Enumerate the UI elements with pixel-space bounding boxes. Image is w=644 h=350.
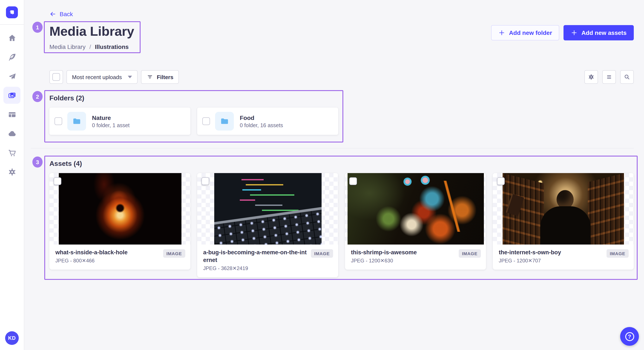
assets-heading: Assets (4) [50, 160, 634, 168]
filters-label: Filters [157, 74, 173, 80]
asset-card-shrimp[interactable]: this-shrimp-is-awesome JPEG - 1200✕630 I… [345, 173, 486, 270]
help-button[interactable]: ? [620, 327, 639, 346]
checkbox [52, 73, 60, 81]
asset-card-black-hole[interactable]: what-s-inside-a-black-hole JPEG - 800✕46… [50, 173, 190, 270]
folder-card-nature[interactable]: Nature 0 folder, 1 asset [50, 108, 190, 135]
toolbar-left: Most recent uploads Filters [50, 70, 179, 84]
sidebar-item-media-library[interactable] [4, 87, 20, 104]
library-portrait-photo [502, 173, 624, 245]
folder-icon [220, 117, 229, 126]
home-icon [8, 33, 16, 42]
sidebar-item-content[interactable] [4, 48, 20, 65]
asset-checkbox[interactable] [349, 177, 357, 185]
sidebar-item-settings[interactable] [4, 163, 20, 180]
list-view-button[interactable] [602, 70, 616, 84]
asset-meta: JPEG - 1200✕630 [351, 258, 455, 264]
feather-icon [8, 52, 16, 61]
chevron-down-icon [128, 76, 132, 78]
main-content: Back Media Library Media Library / Illus… [24, 0, 644, 350]
search-icon [624, 74, 630, 80]
user-avatar[interactable]: KD [5, 331, 19, 345]
breadcrumb: Media Library / Illustrations [50, 43, 129, 50]
asset-meta: JPEG - 3628✕2419 [203, 265, 307, 271]
app-window: KD Back Media Library Media Library / Il… [0, 0, 644, 350]
filter-icon [146, 74, 153, 80]
toolbar: Most recent uploads Filters [50, 70, 634, 84]
folder-texts: Nature 0 folder, 1 asset [92, 114, 130, 128]
sidebar-nav [0, 25, 24, 182]
annotation-circle-1: 1 [32, 22, 42, 33]
keyboard-art-layer [214, 206, 321, 245]
asset-checkbox[interactable] [497, 177, 505, 185]
section-divider [31, 148, 634, 149]
folders-section: Folders (2) Nature 0 folder, 1 asset [50, 94, 338, 135]
asset-type-badge: IMAGE [311, 249, 333, 258]
strapi-logo[interactable] [6, 6, 18, 18]
asset-thumbnail [197, 173, 338, 245]
asset-thumbnail [345, 173, 486, 245]
folder-meta: 0 folder, 16 assets [240, 122, 283, 128]
asset-meta: JPEG - 800✕466 [55, 258, 160, 264]
sidebar-item-cloud[interactable] [4, 125, 20, 142]
sidebar-item-content-type-builder[interactable] [4, 106, 20, 123]
filters-button[interactable]: Filters [141, 70, 179, 84]
folder-icon-container [215, 112, 234, 131]
folder-icon [72, 117, 81, 126]
list-icon [606, 74, 612, 80]
sort-dropdown[interactable]: Most recent uploads [66, 70, 138, 84]
add-new-assets-button[interactable]: Add new assets [564, 25, 634, 40]
sidebar-item-marketplace[interactable] [4, 144, 20, 161]
folder-card-food[interactable]: Food 0 folder, 16 assets [197, 108, 338, 135]
folder-checkbox[interactable] [54, 117, 62, 125]
folder-meta: 0 folder, 1 asset [92, 122, 130, 128]
sidebar-item-send[interactable] [4, 68, 20, 85]
breadcrumb-root[interactable]: Media Library [50, 43, 86, 50]
add-new-folder-button[interactable]: Add new folder [491, 25, 559, 40]
plus-icon [571, 29, 578, 36]
asset-title: what-s-inside-a-black-hole [55, 249, 160, 256]
sidebar-item-home[interactable] [4, 29, 20, 46]
search-button[interactable] [620, 70, 634, 84]
folder-name: Food [240, 114, 283, 121]
asset-checkbox[interactable] [54, 177, 61, 185]
layout-icon [8, 110, 16, 119]
sort-value: Most recent uploads [72, 74, 122, 80]
asset-title: this-shrimp-is-awesome [351, 249, 455, 256]
images-icon [8, 91, 16, 100]
asset-title: the-internet-s-own-boy [499, 249, 603, 256]
asset-type-badge: IMAGE [163, 249, 185, 258]
folder-checkbox[interactable] [202, 117, 210, 125]
back-link[interactable]: Back [50, 11, 73, 17]
asset-thumbnail [493, 173, 634, 245]
annotation-circle-2: 2 [32, 91, 42, 102]
asset-card-internets-own-boy[interactable]: the-internet-s-own-boy JPEG - 1200✕707 I… [493, 173, 634, 270]
asset-footer: a-bug-is-becoming-a-meme-on-the-internet… [197, 245, 338, 277]
asset-texts: this-shrimp-is-awesome JPEG - 1200✕630 [351, 249, 455, 264]
asset-card-bug-meme[interactable]: a-bug-is-becoming-a-meme-on-the-internet… [197, 173, 338, 277]
asset-footer: the-internet-s-own-boy JPEG - 1200✕707 I… [493, 245, 634, 270]
annotation-circle-3: 3 [32, 157, 42, 168]
folder-row: Nature 0 folder, 1 asset Food 0 folder, … [50, 108, 338, 135]
folder-texts: Food 0 folder, 16 assets [240, 114, 283, 128]
view-settings-button[interactable] [584, 70, 598, 84]
strapi-logo-icon [8, 9, 15, 15]
logo-container [0, 0, 24, 24]
add-assets-label: Add new assets [582, 29, 626, 36]
asset-type-badge: IMAGE [606, 249, 629, 258]
assets-section: Assets (4) what-s-inside-a-black-hole JP… [50, 160, 634, 277]
back-arrow-icon [50, 11, 56, 17]
asset-title: a-bug-is-becoming-a-meme-on-the-internet [203, 249, 307, 264]
asset-texts: what-s-inside-a-black-hole JPEG - 800✕46… [55, 249, 160, 264]
mantis-shrimp-photo [347, 173, 484, 245]
select-all-checkbox[interactable] [50, 70, 63, 84]
asset-meta: JPEG - 1200✕707 [499, 258, 603, 264]
asset-texts: the-internet-s-own-boy JPEG - 1200✕707 [499, 249, 603, 264]
bookshelf-art-layer [588, 173, 624, 245]
asset-checkbox[interactable] [202, 177, 209, 185]
laptop-code-photo [214, 173, 321, 245]
folder-icon-container [67, 112, 86, 131]
add-folder-label: Add new folder [509, 29, 552, 36]
person-art-layer [540, 190, 590, 245]
plus-icon [498, 29, 505, 36]
page-title: Media Library [50, 24, 134, 39]
